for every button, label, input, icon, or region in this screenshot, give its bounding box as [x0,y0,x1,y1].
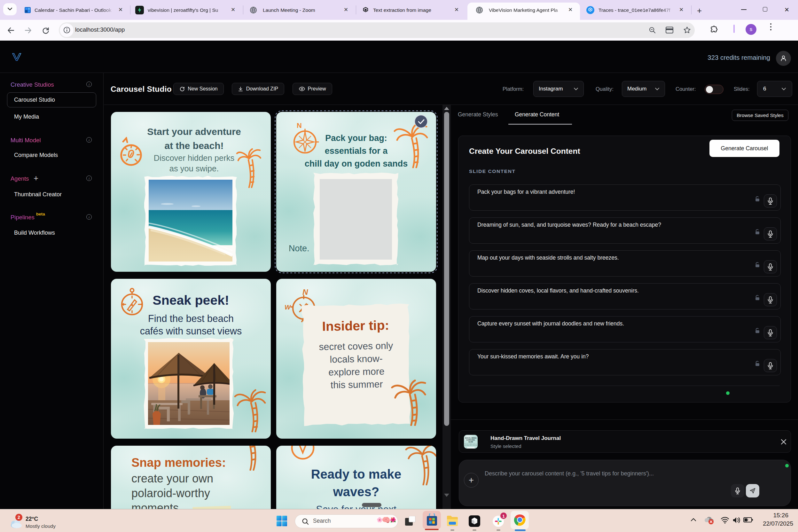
svg-text:N: N [297,122,302,130]
svg-text:W: W [285,304,291,311]
